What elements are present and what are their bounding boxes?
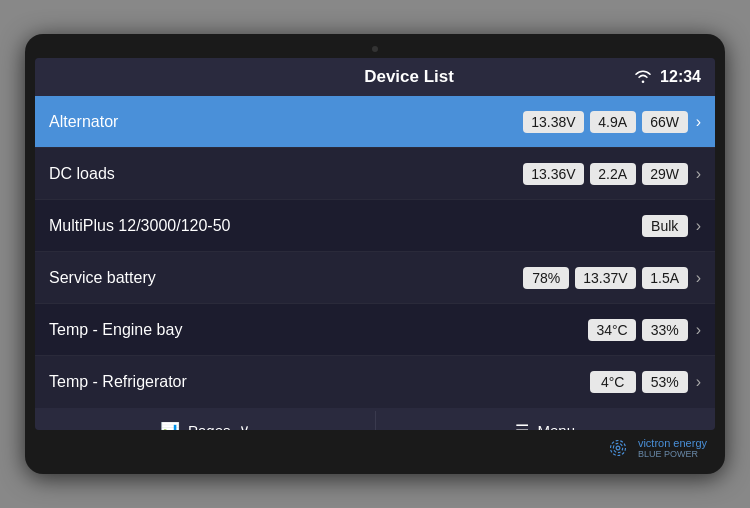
company-name: victron energy [638,437,707,449]
header-title: Device List [184,67,634,87]
value-badge: 13.37V [575,267,635,289]
pages-label: Pages [188,422,231,431]
header: Device List 12:34 [35,58,715,96]
value-badge: 34°C [588,319,635,341]
chevron-right-icon: › [696,113,701,131]
device-row[interactable]: Service battery78%13.37V1.5A› [35,252,715,304]
value-badge: 66W [642,111,688,133]
chevron-right-icon: › [696,217,701,235]
value-badge: 13.36V [523,163,583,185]
footer: 📊 Pages ∨ ☰ Menu [35,408,715,430]
device-list: Alternator13.38V4.9A66W›DC loads13.36V2.… [35,96,715,408]
pages-icon: 📊 [160,421,180,431]
device-values: 34°C33% [588,319,687,341]
device-frame: Device List 12:34 Alternator13.38V4.9A66… [25,34,725,474]
device-values: Bulk [642,215,688,237]
device-name: MultiPlus 12/3000/120-50 [49,217,642,235]
branding-text: victron energy BLUE POWER [638,437,707,460]
tagline: BLUE POWER [638,449,707,460]
device-row[interactable]: MultiPlus 12/3000/120-50Bulk› [35,200,715,252]
menu-label: Menu [537,422,575,431]
device-row[interactable]: DC loads13.36V2.2A29W› [35,148,715,200]
camera-dot [372,46,378,52]
value-badge: Bulk [642,215,688,237]
chevron-down-icon: ∨ [239,421,250,430]
value-badge: 4°C [590,371,636,393]
value-badge: 4.9A [590,111,636,133]
screen: Device List 12:34 Alternator13.38V4.9A66… [35,58,715,430]
device-values: 4°C53% [590,371,688,393]
device-name: Temp - Refrigerator [49,373,590,391]
value-badge: 2.2A [590,163,636,185]
chevron-right-icon: › [696,321,701,339]
chevron-right-icon: › [696,373,701,391]
value-badge: 1.5A [642,267,688,289]
device-name: Temp - Engine bay [49,321,588,339]
value-badge: 33% [642,319,688,341]
device-values: 13.38V4.9A66W [523,111,687,133]
device-row[interactable]: Temp - Refrigerator4°C53%› [35,356,715,408]
clock: 12:34 [660,68,701,86]
value-badge: 53% [642,371,688,393]
chevron-right-icon: › [696,165,701,183]
menu-button[interactable]: ☰ Menu [376,411,716,431]
branding: victron energy BLUE POWER [35,430,715,462]
device-name: Alternator [49,113,523,131]
device-values: 78%13.37V1.5A [523,267,687,289]
device-values: 13.36V2.2A29W [523,163,687,185]
device-name: DC loads [49,165,523,183]
header-right: 12:34 [634,68,701,86]
victron-logo [604,434,632,462]
value-badge: 13.38V [523,111,583,133]
device-row[interactable]: Alternator13.38V4.9A66W› [35,96,715,148]
value-badge: 29W [642,163,688,185]
value-badge: 78% [523,267,569,289]
pages-button[interactable]: 📊 Pages ∨ [35,411,376,431]
device-name: Service battery [49,269,523,287]
menu-icon: ☰ [515,421,529,431]
wifi-icon [634,69,652,86]
device-row[interactable]: Temp - Engine bay34°C33%› [35,304,715,356]
chevron-right-icon: › [696,269,701,287]
